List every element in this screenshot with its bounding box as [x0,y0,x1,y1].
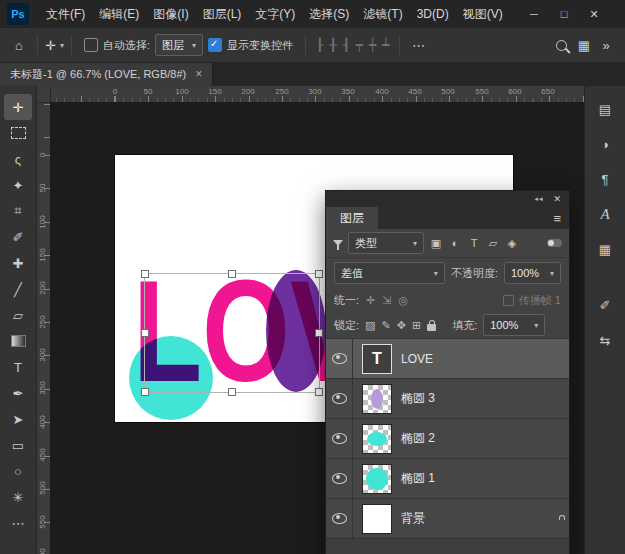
shape-layer-thumbnail[interactable] [362,384,392,414]
align-middle-vertical-icon[interactable]: ┿ [369,38,376,52]
menu-3d[interactable]: 3D(D) [410,0,456,28]
layer-visibility-toggle[interactable] [326,419,353,458]
layer-name[interactable]: 椭圆 1 [401,470,435,487]
current-tool-preset[interactable]: ✛ ▾ [45,38,64,53]
rectangular-marquee-tool[interactable] [4,120,32,146]
layer-row-ellipse-1[interactable]: 椭圆 1 [326,459,569,499]
menu-image[interactable]: 图像(I) [146,0,195,28]
text-layer-thumbnail[interactable]: T [362,344,392,374]
menu-layer[interactable]: 图层(L) [196,0,249,28]
align-center-horizontal-icon[interactable]: ╂ [329,38,336,52]
layers-tab[interactable]: 图层 [326,207,378,229]
close-button[interactable]: ✕ [579,0,609,28]
lasso-tool[interactable]: ς [4,146,32,172]
eyedropper-tool[interactable]: ✐ [4,224,32,250]
brush-settings-panel-icon[interactable]: ✐ [593,294,617,316]
menu-file[interactable]: 文件(F) [39,0,92,28]
unify-position-icon[interactable]: ✛ [366,294,375,307]
lock-transparent-pixels-icon[interactable]: ▨ [365,319,375,332]
properties-panel-icon[interactable]: ⇆ [593,329,617,351]
transform-handle-e[interactable] [315,329,323,337]
blend-mode-dropdown[interactable]: 差值 ▾ [334,262,445,284]
collapse-panel-icon[interactable]: ◂◂ [534,195,543,203]
layer-visibility-toggle[interactable] [326,379,353,418]
color-panel-icon[interactable]: ◑ [593,133,617,155]
pen-tool[interactable]: ✒ [4,380,32,406]
layer-name[interactable]: 椭圆 2 [401,430,435,447]
close-panel-icon[interactable]: ✕ [553,194,561,204]
layer-name[interactable]: LOVE [401,352,433,366]
unify-scale-icon[interactable]: ⇲ [382,294,391,307]
filter-type-layers-icon[interactable]: T [467,237,481,249]
tab-close-icon[interactable]: × [195,67,202,81]
auto-select-target-dropdown[interactable]: 图层 ▾ [155,34,203,56]
lock-image-pixels-icon[interactable]: ✎ [381,319,390,332]
filter-kind-dropdown[interactable]: 类型 ▾ [348,232,424,254]
history-panel-icon[interactable]: ▤ [593,98,617,120]
layer-visibility-toggle[interactable] [326,459,353,498]
filter-adjustment-layers-icon[interactable]: ◐ [448,237,462,249]
menu-edit[interactable]: 编辑(E) [92,0,146,28]
filter-smart-objects-icon[interactable]: ◈ [505,237,519,250]
path-selection-tool[interactable]: ➤ [4,406,32,432]
magic-wand-tool[interactable]: ✦ [4,172,32,198]
transform-handle-n[interactable] [228,270,236,278]
layer-visibility-toggle[interactable] [326,499,353,538]
transform-handle-w[interactable] [141,329,149,337]
opacity-dropdown[interactable]: 100% ▾ [504,262,561,284]
filter-shape-layers-icon[interactable]: ▱ [486,237,500,250]
panel-menu-icon[interactable]: ≡ [553,211,561,226]
lock-all-icon[interactable] [427,324,436,331]
transform-handle-s[interactable] [228,388,236,396]
menu-view[interactable]: 视图(V) [456,0,510,28]
layer-name[interactable]: 椭圆 3 [401,390,435,407]
show-transform-controls-checkbox[interactable] [208,38,222,52]
background-layer-thumbnail[interactable] [362,504,392,534]
align-bottom-icon[interactable]: ┷ [382,38,389,52]
layer-name[interactable]: 背景 [401,510,425,527]
paragraph-panel-icon[interactable]: ¶ [593,168,617,190]
transform-handle-nw[interactable] [141,270,149,278]
layer-visibility-toggle[interactable] [326,339,353,378]
menu-type[interactable]: 文字(Y) [248,0,302,28]
character-panel-icon[interactable]: A [593,203,617,225]
search-icon[interactable] [556,40,567,51]
unify-visibility-icon[interactable]: ◎ [399,294,409,307]
healing-brush-tool[interactable]: ✚ [4,250,32,276]
lock-artboard-icon[interactable]: ⊞ [412,319,421,332]
align-right-icon[interactable]: ┨ [342,38,349,52]
auto-select-checkbox[interactable] [84,38,98,52]
brush-tool[interactable]: ╱ [4,276,32,302]
transform-handle-se[interactable] [315,388,323,396]
ellipse-tool[interactable]: ○ [4,458,32,484]
custom-shape-tool[interactable]: ✳ [4,484,32,510]
transform-handle-ne[interactable] [315,270,323,278]
menu-filter[interactable]: 滤镜(T) [356,0,409,28]
menu-select[interactable]: 选择(S) [302,0,356,28]
move-tool[interactable]: ✛ [4,94,32,120]
propagate-frame-checkbox[interactable] [503,295,514,306]
chevron-right-icon[interactable]: » [597,38,615,53]
layer-row-ellipse-3[interactable]: 椭圆 3 [326,379,569,419]
align-top-icon[interactable]: ┯ [356,38,363,52]
lock-position-icon[interactable]: ✥ [397,319,406,332]
shape-layer-thumbnail[interactable] [362,464,392,494]
maximize-button[interactable]: □ [549,0,579,28]
home-icon[interactable]: ⌂ [10,38,28,53]
align-left-icon[interactable]: ┠ [316,38,323,52]
rectangle-tool[interactable]: ▭ [4,432,32,458]
more-align-options-icon[interactable]: ⋯ [409,38,427,53]
horizontal-ruler[interactable]: 0 50 100 150 200 250 300 350 400 450 500… [50,86,585,103]
layer-row-ellipse-2[interactable]: 椭圆 2 [326,419,569,459]
filter-pixel-layers-icon[interactable]: ▣ [429,237,443,250]
transform-handle-sw[interactable] [141,388,149,396]
layer-filtering-toggle[interactable] [547,239,562,247]
workspace-switcher-icon[interactable]: ▦ [575,38,593,53]
crop-tool[interactable]: ⌗ [4,198,32,224]
fill-dropdown[interactable]: 100% ▾ [483,314,545,336]
vertical-ruler[interactable]: 0 50 100 150 200 250 300 350 400 450 500… [36,102,51,554]
minimize-button[interactable]: ─ [519,0,549,28]
document-tab[interactable]: 未标题-1 @ 66.7% (LOVE, RGB/8#) × [0,62,213,86]
patterns-panel-icon[interactable]: ▦ [593,238,617,260]
eraser-tool[interactable]: ▱ [4,302,32,328]
